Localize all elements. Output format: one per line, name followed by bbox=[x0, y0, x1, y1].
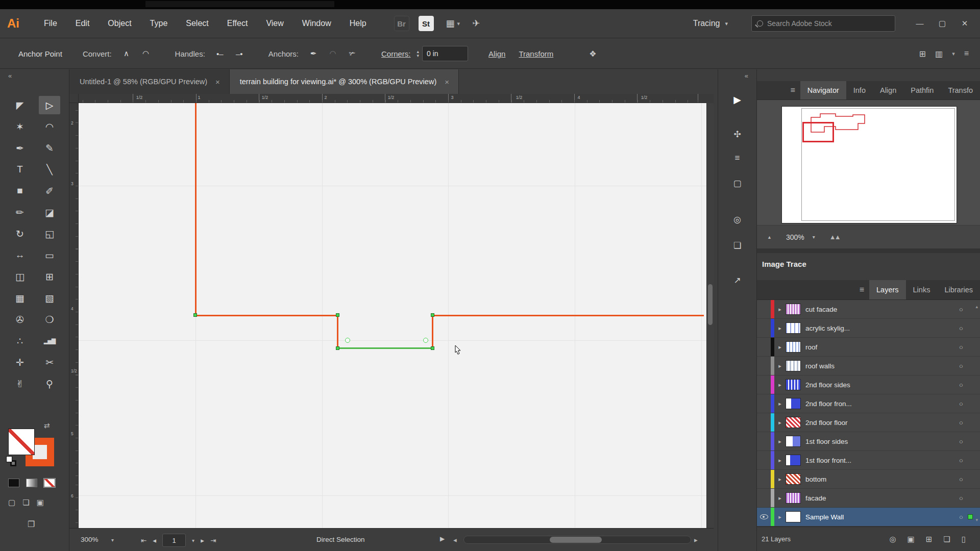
selection-tool[interactable]: ◤ bbox=[9, 96, 31, 114]
menu-item[interactable]: Help bbox=[350, 19, 366, 28]
zoom-tool[interactable]: ⚲ bbox=[39, 374, 60, 393]
collapsed-tracing-play-icon[interactable]: ▶ bbox=[733, 94, 741, 106]
rectangle-tool[interactable]: ■ bbox=[9, 182, 31, 200]
draw-inside-icon[interactable]: ▣ bbox=[37, 498, 44, 507]
expand-panels-icon[interactable]: « bbox=[745, 72, 748, 80]
free-transform-tool[interactable]: ▭ bbox=[39, 246, 60, 264]
anchor-point[interactable] bbox=[431, 313, 434, 317]
menu-item[interactable]: View bbox=[266, 19, 283, 28]
vertical-ruler[interactable]: 2341/256 bbox=[69, 103, 79, 528]
collapsed-artboard-icon[interactable]: ▢ bbox=[733, 178, 741, 189]
column-graph-tool[interactable]: ▂▅▇ bbox=[39, 332, 60, 350]
lasso-tool[interactable]: ◠ bbox=[39, 117, 60, 136]
eyedropper-tool[interactable]: ✇ bbox=[9, 310, 31, 329]
layer-target-icon[interactable]: ○ bbox=[957, 324, 966, 332]
visibility-cell[interactable] bbox=[757, 401, 771, 406]
panel-tab[interactable]: Links bbox=[906, 280, 938, 299]
collapsed-symbols-target-icon[interactable]: ◎ bbox=[733, 214, 741, 225]
navigator-view-proxy[interactable] bbox=[802, 122, 834, 142]
width-tool[interactable]: ↔ bbox=[9, 246, 31, 264]
panel-tab[interactable]: Align bbox=[873, 81, 903, 99]
hand-tool[interactable]: ✌ bbox=[9, 374, 31, 393]
convert-to-corner-icon[interactable]: ∧ bbox=[118, 46, 135, 61]
chevron-down-icon[interactable]: ▾ bbox=[952, 51, 955, 57]
next-artboard-icon[interactable]: ▸ bbox=[201, 536, 204, 544]
gradient-tool[interactable]: ▧ bbox=[39, 289, 60, 307]
expand-layer-icon[interactable]: ▸ bbox=[774, 400, 786, 407]
layer-row[interactable]: ▸ 2nd floor fron... ○ bbox=[757, 394, 980, 413]
blend-tool[interactable]: ❍ bbox=[39, 310, 60, 329]
toolbar-collapse-icon[interactable]: « bbox=[8, 72, 12, 80]
search-input[interactable] bbox=[767, 19, 885, 28]
layer-thumbnail[interactable] bbox=[786, 417, 801, 428]
menu-item[interactable]: Select bbox=[186, 19, 208, 28]
new-sublayer-icon[interactable]: ⊞ bbox=[926, 535, 933, 544]
corners-stepper[interactable]: ▴ ▾ bbox=[417, 49, 420, 58]
navigator-zoom-value[interactable]: 300% bbox=[786, 233, 804, 241]
close-tab-icon[interactable]: × bbox=[445, 78, 449, 86]
vertical-scrollbar[interactable] bbox=[706, 103, 714, 528]
artboard-canvas[interactable] bbox=[79, 103, 706, 528]
first-artboard-icon[interactable]: ⇤ bbox=[141, 536, 146, 544]
zoom-out-mountain-icon[interactable]: ▲ bbox=[767, 235, 772, 240]
panel-tab[interactable]: Info bbox=[846, 81, 873, 99]
expand-layer-icon[interactable]: ▸ bbox=[774, 476, 786, 483]
expand-layer-icon[interactable]: ▸ bbox=[774, 363, 786, 369]
panel-tab[interactable]: Libraries bbox=[937, 280, 980, 299]
layer-thumbnail[interactable] bbox=[786, 436, 801, 447]
layer-target-icon[interactable]: ○ bbox=[957, 438, 966, 445]
make-mask-icon[interactable]: ▣ bbox=[908, 535, 915, 544]
anchor-point[interactable] bbox=[336, 313, 339, 317]
expand-layer-icon[interactable]: ▸ bbox=[774, 457, 786, 464]
layer-row[interactable]: ▸ facade ○ bbox=[757, 489, 980, 508]
layer-target-icon[interactable]: ○ bbox=[957, 457, 966, 464]
stock-badge[interactable]: St bbox=[419, 16, 434, 31]
scale-tool[interactable]: ◱ bbox=[39, 224, 60, 243]
layer-target-icon[interactable]: ○ bbox=[957, 362, 966, 370]
new-layer-icon[interactable]: ❏ bbox=[943, 535, 950, 544]
layers-scroll-down-icon[interactable]: ▾ bbox=[975, 517, 978, 522]
layer-row[interactable]: ▸ acrylic skylig... ○ bbox=[757, 319, 980, 338]
layer-row[interactable]: ▸ 2nd floor floor ○ bbox=[757, 413, 980, 432]
menu-item[interactable]: Effect bbox=[227, 19, 248, 28]
workspace-switcher[interactable]: Tracing ▾ bbox=[693, 19, 728, 28]
visibility-cell[interactable] bbox=[757, 420, 771, 425]
navigator-preview[interactable] bbox=[781, 106, 957, 223]
close-button[interactable]: ✕ bbox=[953, 19, 976, 28]
zoom-in-mountain-icon[interactable]: ▲▲ bbox=[829, 233, 840, 241]
minimize-button[interactable]: — bbox=[909, 19, 931, 28]
anchors-cut-icon[interactable]: ✃ bbox=[344, 46, 361, 61]
panel-tab[interactable]: Layers bbox=[869, 280, 906, 299]
layer-thumbnail[interactable] bbox=[786, 360, 801, 371]
status-play-icon[interactable]: ▶ bbox=[440, 535, 445, 542]
layer-row[interactable]: ▸ roof ○ bbox=[757, 338, 980, 357]
image-trace-panel-header[interactable]: Image Trace bbox=[757, 253, 980, 275]
locate-object-icon[interactable]: ◎ bbox=[889, 535, 896, 544]
curvature-tool[interactable]: ✎ bbox=[39, 139, 60, 157]
dock-columns-icon[interactable]: ▥ bbox=[935, 49, 943, 59]
scroll-right-icon[interactable]: ▸ bbox=[694, 536, 698, 544]
mesh-tool[interactable]: ▦ bbox=[9, 289, 31, 307]
layer-target-icon[interactable]: ○ bbox=[957, 475, 966, 483]
gradient-button[interactable] bbox=[26, 479, 37, 487]
paintbrush-tool[interactable]: ✐ bbox=[39, 182, 60, 200]
bridge-badge[interactable]: Br bbox=[394, 16, 409, 31]
layer-target-icon[interactable]: ○ bbox=[957, 306, 966, 313]
collapsed-export-icon[interactable]: ↗ bbox=[733, 275, 741, 286]
expand-layer-icon[interactable]: ▸ bbox=[774, 438, 786, 445]
zoom-chevron-icon[interactable]: ▾ bbox=[111, 537, 114, 543]
isolate-selection-icon[interactable]: ❖ bbox=[589, 49, 596, 59]
show-handles-icon[interactable]: •‒ bbox=[211, 46, 229, 61]
layer-target-icon[interactable]: ○ bbox=[957, 343, 966, 351]
stepper-down-icon[interactable]: ▾ bbox=[417, 54, 420, 58]
menu-item[interactable]: Type bbox=[150, 19, 168, 28]
expand-layer-icon[interactable]: ▸ bbox=[774, 344, 786, 350]
visibility-cell[interactable] bbox=[757, 382, 771, 387]
layer-row[interactable]: ▸ 1st floor sides ○ bbox=[757, 432, 980, 451]
perspective-grid-tool[interactable]: ⊞ bbox=[39, 267, 60, 286]
stock-search-box[interactable] bbox=[751, 15, 895, 32]
previous-artboard-icon[interactable]: ◂ bbox=[153, 536, 156, 544]
ruler-origin-corner[interactable] bbox=[69, 94, 79, 103]
layer-thumbnail[interactable] bbox=[786, 455, 801, 466]
direct-selection-tool[interactable]: ▷ bbox=[39, 96, 60, 114]
